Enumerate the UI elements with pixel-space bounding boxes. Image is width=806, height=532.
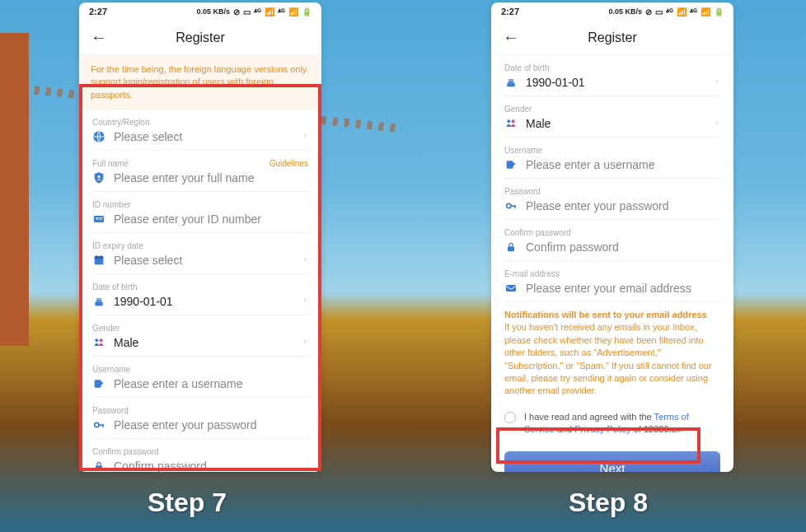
svg-point-24	[512, 119, 515, 123]
mail-icon	[504, 282, 518, 295]
gender-field[interactable]: Gender Male ›	[504, 96, 720, 138]
svg-rect-30	[506, 285, 516, 292]
field-label: Confirm password	[92, 447, 308, 456]
email-field[interactable]: E-mail address Please enter your email a…	[504, 261, 720, 302]
step-8-label: Step 8	[569, 488, 648, 518]
gender-icon	[92, 336, 105, 349]
id-number-field[interactable]: ID number Please enter your ID number	[92, 192, 308, 233]
username-field[interactable]: Username Please enter a username	[92, 357, 308, 398]
email-notification-notice: Notifications will be sent to your email…	[491, 302, 733, 403]
svg-point-16	[95, 423, 99, 427]
password-field[interactable]: Password Please enter your password	[504, 179, 720, 220]
field-value: Please enter your password	[114, 418, 308, 432]
field-value: Confirm password	[114, 460, 308, 472]
register-form: Date of birth 1990-01-01 › Gender Male ›…	[491, 55, 733, 302]
id-expiry-field[interactable]: ID expiry date Please select ›	[92, 233, 308, 274]
field-value: Confirm password	[526, 240, 720, 254]
svg-rect-9	[101, 255, 101, 258]
field-value: Please enter your password	[526, 199, 720, 212]
svg-rect-19	[96, 466, 102, 471]
agreement-text: I have read and agreed with the Terms of…	[524, 411, 720, 436]
chevron-right-icon: ›	[303, 295, 307, 305]
svg-rect-28	[514, 205, 516, 208]
cake-icon	[504, 76, 518, 89]
chevron-right-icon: ›	[715, 76, 719, 86]
notice-body: If you haven't received any emails in yo…	[504, 321, 720, 397]
field-label: Country/Region	[92, 118, 308, 127]
field-label: E-mail address	[504, 269, 720, 278]
status-bar: 2:27 0.05 KB/s ⊘▭⁴ᴳ📶⁴ᴳ📶🔋	[491, 2, 733, 21]
status-bar: 2:27 0.05 KB/s ⊘▭⁴ᴳ📶⁴ᴳ📶🔋	[79, 2, 321, 21]
field-value: Please enter your ID number	[114, 212, 308, 226]
chevron-right-icon: ›	[715, 117, 719, 127]
field-label: Confirm password	[504, 228, 720, 237]
step-7-label: Step 7	[148, 488, 227, 518]
app-header: ← Register	[79, 21, 321, 55]
gender-field[interactable]: Gender Male ›	[92, 315, 308, 357]
password-field[interactable]: Password Please enter your password	[92, 398, 308, 439]
field-value: Please enter your full name	[114, 171, 308, 184]
svg-rect-8	[96, 255, 97, 258]
back-icon[interactable]: ←	[91, 28, 107, 47]
shield-icon	[92, 171, 105, 184]
confirm-password-field[interactable]: Confirm password Confirm password	[92, 439, 308, 472]
chevron-right-icon: ›	[303, 130, 307, 140]
chevron-right-icon: ›	[303, 254, 307, 264]
svg-rect-5	[100, 219, 102, 220]
field-label: Username	[92, 365, 308, 374]
field-label: Date of birth	[92, 282, 308, 292]
username-field[interactable]: Username Please enter a username	[504, 138, 720, 179]
id-card-icon	[92, 212, 105, 226]
gender-icon	[504, 117, 518, 130]
svg-rect-10	[96, 298, 97, 301]
date-of-birth-field[interactable]: Date of birth 1990-01-01 ›	[504, 55, 720, 96]
field-label: Gender	[92, 324, 308, 333]
svg-point-3	[96, 217, 99, 220]
page-title: Register	[176, 30, 225, 45]
key-icon	[504, 199, 518, 212]
field-value: Please select	[114, 130, 308, 143]
chevron-right-icon: ›	[303, 336, 307, 346]
svg-rect-22	[512, 79, 513, 82]
field-value: Please enter a username	[114, 377, 308, 390]
field-label: Username	[504, 146, 720, 155]
field-value: Male	[114, 336, 308, 349]
phone-step-8: 2:27 0.05 KB/s ⊘▭⁴ᴳ📶⁴ᴳ📶🔋 ← Register Date…	[491, 2, 733, 472]
terms-agreement-row[interactable]: I have read and agreed with the Terms of…	[491, 403, 733, 445]
svg-rect-21	[510, 79, 511, 82]
foreign-passport-notice: For the time being, the foreign language…	[79, 55, 321, 110]
svg-point-23	[507, 119, 510, 123]
page-title: Register	[588, 30, 637, 45]
phone-step-7: 2:27 0.05 KB/s ⊘▭⁴ᴳ📶⁴ᴳ📶🔋 ← Register For …	[79, 2, 321, 472]
date-of-birth-field[interactable]: Date of birth 1990-01-01 ›	[92, 274, 308, 315]
svg-rect-2	[94, 216, 104, 222]
field-value: Please enter a username	[526, 158, 720, 171]
svg-point-26	[507, 203, 511, 208]
calendar-icon	[92, 254, 105, 267]
field-label: ID expiry date	[92, 241, 308, 250]
status-indicators: 0.05 KB/s ⊘▭⁴ᴳ📶⁴ᴳ📶🔋	[196, 7, 312, 16]
key-icon	[92, 418, 105, 432]
notice-heading: Notifications will be sent to your email…	[504, 309, 720, 321]
svg-rect-12	[100, 298, 101, 301]
country-region-field[interactable]: Country/Region Please select ›	[92, 110, 308, 151]
confirm-password-field[interactable]: Confirm password Confirm password	[504, 220, 720, 261]
back-icon[interactable]: ←	[503, 28, 519, 47]
field-label: Password	[504, 187, 720, 196]
svg-point-14	[100, 339, 103, 343]
lock-icon	[504, 240, 518, 254]
field-value: Please enter your email address	[526, 282, 720, 295]
agreement-checkbox[interactable]	[504, 412, 516, 423]
full-name-field[interactable]: Full name Guidelines Please enter your f…	[92, 151, 308, 192]
next-button[interactable]: Next	[504, 451, 720, 472]
status-time: 2:27	[89, 7, 107, 16]
svg-point-1	[97, 175, 100, 178]
guidelines-link[interactable]: Guidelines	[269, 159, 308, 168]
field-value: Male	[526, 117, 720, 130]
cake-icon	[92, 295, 105, 308]
privacy-policy-link[interactable]: Privacy Policy	[574, 424, 630, 434]
field-value: 1990-01-01	[526, 76, 720, 89]
svg-rect-29	[508, 246, 514, 251]
status-indicators: 0.05 KB/s ⊘▭⁴ᴳ📶⁴ᴳ📶🔋	[608, 7, 724, 16]
field-label: Date of birth	[504, 63, 720, 72]
